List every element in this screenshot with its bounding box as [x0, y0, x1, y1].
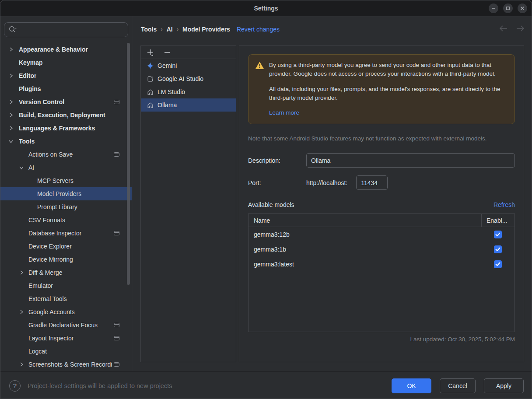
sidebar-item-device-mirroring[interactable]: Device Mirroring	[0, 253, 132, 266]
sidebar-item-version-control[interactable]: Version Control	[0, 95, 132, 108]
port-input[interactable]	[356, 175, 388, 190]
provider-item-ollama[interactable]: Ollama	[141, 98, 236, 112]
maximize-button[interactable]	[503, 4, 513, 13]
chevron-right-icon[interactable]	[18, 308, 25, 315]
cancel-button[interactable]: Cancel	[440, 378, 476, 393]
model-row-gemma3-1b[interactable]: gemma3:1b	[248, 242, 514, 257]
apply-button[interactable]: Apply	[484, 378, 524, 393]
refresh-link[interactable]: Refresh	[494, 201, 515, 208]
ai-studio-icon	[147, 75, 154, 83]
sidebar-item-editor[interactable]: Editor	[0, 69, 132, 82]
provider-item-gemini[interactable]: Gemini	[141, 59, 236, 72]
model-enabled-checkbox[interactable]	[494, 260, 502, 268]
history-nav	[499, 16, 525, 42]
window-controls	[489, 4, 527, 13]
model-row-gemma3-latest[interactable]: gemma3:latest	[248, 257, 514, 272]
sidebar-item-label: Actions on Save	[28, 151, 73, 158]
sidebar-item-languages-frameworks[interactable]: Languages & Frameworks	[0, 122, 132, 135]
revert-changes-link[interactable]: Revert changes	[237, 26, 280, 33]
gemini-icon	[147, 62, 154, 70]
breadcrumb-separator: ›	[177, 26, 178, 32]
chevron-right-icon[interactable]	[18, 269, 25, 276]
sidebar-item-label: Build, Execution, Deployment	[19, 112, 105, 119]
breadcrumb-tools[interactable]: Tools	[141, 26, 157, 33]
sidebar-item-device-explorer[interactable]: Device Explorer	[0, 240, 132, 253]
port-label: Port:	[248, 179, 306, 186]
provider-detail-panel: By using a third-party model you agree t…	[239, 46, 524, 362]
description-label: Description:	[248, 157, 306, 164]
sidebar-item-build-execution-deployment[interactable]: Build, Execution, Deployment	[0, 108, 132, 122]
sidebar-item-label: Emulator	[28, 282, 53, 289]
help-icon[interactable]: ?	[9, 380, 21, 392]
sidebar-item-label: Logcat	[28, 348, 47, 355]
sidebar-scrollbar[interactable]	[127, 43, 130, 285]
learn-more-link[interactable]: Learn more	[269, 108, 299, 117]
external-models-note: Note that some Android Studio features m…	[248, 135, 515, 142]
back-arrow-icon[interactable]	[499, 25, 508, 33]
sidebar-item-label: Device Explorer	[28, 243, 72, 250]
sidebar-item-database-inspector[interactable]: Database Inspector	[0, 227, 132, 240]
sidebar-item-google-accounts[interactable]: Google Accounts	[0, 305, 132, 318]
model-row-gemma3-12b[interactable]: gemma3:12b	[248, 227, 514, 242]
sidebar-item-screenshots-screen-recordi[interactable]: Screenshots & Screen Recordi	[0, 358, 132, 371]
sidebar-item-actions-on-save[interactable]: Actions on Save	[0, 148, 132, 161]
last-updated-text: Last updated: Oct 30, 2025, 5:02:44 PM	[248, 336, 515, 343]
sidebar-item-label: MCP Servers	[37, 177, 74, 184]
chevron-right-icon[interactable]	[7, 125, 14, 132]
chevron-right-icon[interactable]	[7, 98, 14, 105]
close-button[interactable]	[518, 4, 527, 13]
breadcrumb-model-providers[interactable]: Model Providers	[182, 26, 230, 33]
sidebar-item-keymap[interactable]: Keymap	[0, 56, 132, 69]
chevron-right-icon[interactable]	[7, 72, 14, 79]
add-provider-button[interactable]	[146, 48, 155, 57]
port-row: Port: http://localhost:	[248, 175, 515, 190]
sidebar-item-logcat[interactable]: Logcat	[0, 345, 132, 358]
forward-arrow-icon[interactable]	[516, 25, 525, 33]
sidebar-item-label: External Tools	[28, 295, 67, 302]
sidebar-item-label: Languages & Frameworks	[19, 125, 95, 132]
warning-icon	[256, 62, 264, 117]
sidebar-item-prompt-library[interactable]: Prompt Library	[0, 200, 132, 214]
ok-button[interactable]: OK	[392, 378, 431, 393]
sidebar-item-appearance-behavior[interactable]: Appearance & Behavior	[0, 43, 132, 56]
sidebar-item-label: Database Inspector	[28, 230, 81, 237]
sidebar-item-gradle-declarative-focus[interactable]: Gradle Declarative Focus	[0, 318, 132, 332]
description-input[interactable]	[306, 153, 515, 168]
provider-item-lm-studio[interactable]: LM Studio	[141, 85, 236, 98]
sidebar-item-tools[interactable]: Tools	[0, 135, 132, 148]
breadcrumb-ai[interactable]: AI	[167, 26, 173, 33]
sidebar-item-external-tools[interactable]: External Tools	[0, 292, 132, 305]
provider-item-label: Gemini	[158, 62, 177, 69]
chevron-right-icon[interactable]	[18, 361, 25, 368]
sidebar-item-plugins[interactable]: Plugins	[0, 82, 132, 95]
sidebar-item-label: Editor	[19, 72, 36, 79]
settings-tree: Appearance & BehaviorKeymapEditorPlugins…	[0, 43, 132, 371]
chevron-down-icon[interactable]	[7, 138, 14, 145]
model-enabled-checkbox[interactable]	[494, 245, 502, 253]
sidebar-item-label: Prompt Library	[37, 203, 77, 210]
sidebar-item-model-providers[interactable]: Model Providers	[0, 187, 132, 200]
sidebar-item-emulator[interactable]: Emulator	[0, 279, 132, 292]
model-enabled-checkbox[interactable]	[494, 231, 502, 238]
project-level-hint: Project-level settings will be applied t…	[28, 382, 172, 389]
remove-provider-button[interactable]	[162, 48, 172, 57]
sidebar-item-ai[interactable]: AI	[0, 161, 132, 174]
sidebar-item-layout-inspector[interactable]: Layout Inspector	[0, 332, 132, 345]
project-level-setting-icon	[114, 323, 119, 327]
chevron-right-icon[interactable]	[7, 46, 14, 53]
settings-search-field[interactable]	[4, 22, 128, 37]
breadcrumb: Tools › AI › Model Providers Revert chan…	[141, 16, 280, 42]
sidebar-item-diff-merge[interactable]: Diff & Merge	[0, 266, 132, 279]
model-name: gemma3:latest	[248, 261, 481, 268]
chevron-right-icon[interactable]	[7, 112, 14, 119]
minimize-button[interactable]	[489, 4, 498, 13]
model-enabled-cell	[481, 245, 514, 253]
provider-item-google-ai-studio[interactable]: Google AI Studio	[141, 72, 236, 85]
column-header-enabled[interactable]: Enabl...	[481, 214, 514, 227]
column-header-name[interactable]: Name	[248, 217, 481, 224]
warning-paragraph-2: All data, including your files, prompts,…	[269, 85, 507, 103]
chevron-down-icon[interactable]	[18, 164, 25, 171]
model-name: gemma3:1b	[248, 246, 481, 253]
sidebar-item-csv-formats[interactable]: CSV Formats	[0, 214, 132, 227]
sidebar-item-mcp-servers[interactable]: MCP Servers	[0, 174, 132, 187]
